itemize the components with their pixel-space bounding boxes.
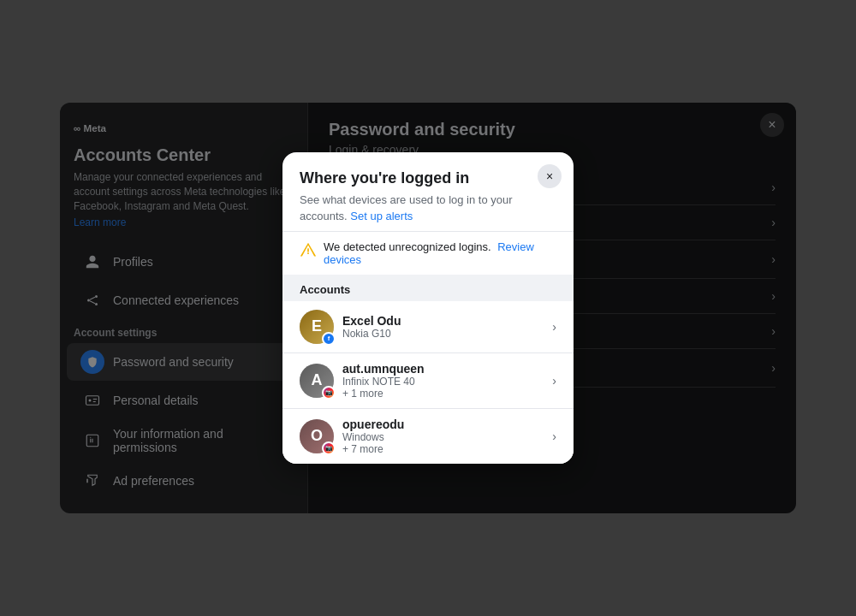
account-item-excel[interactable]: E f Excel Odu Nokia G10 ›: [282, 301, 574, 353]
excel-info: Excel Odu Nokia G10: [342, 314, 544, 340]
main-window: × ∞ Meta Accounts Center Manage your con…: [60, 103, 796, 513]
warning-icon: [300, 241, 317, 258]
aut-device: Infinix NOTE 40: [342, 376, 544, 388]
opuer-name: opuereodu: [342, 418, 544, 431]
svg-rect-19: [307, 248, 309, 252]
excel-chevron-icon: ›: [552, 320, 556, 334]
opuer-ig-badge: 📷: [322, 441, 336, 455]
opuer-info: opuereodu Windows + 7 more: [342, 418, 544, 455]
aut-name: aut.umnqueen: [342, 362, 544, 376]
modal-overlay: Where you're logged in See what devices …: [60, 103, 796, 513]
excel-name: Excel Odu: [342, 314, 544, 328]
excel-device: Nokia G10: [342, 328, 544, 340]
account-item-aut[interactable]: A 📷 aut.umnqueen Infinix NOTE 40 + 1 mor…: [282, 353, 574, 409]
accounts-section-label: Accounts: [282, 275, 574, 301]
modal-close-button[interactable]: ×: [538, 164, 562, 188]
warning-text: We detected unrecognized logins. Review …: [324, 240, 556, 266]
modal-title: Where you're logged in: [300, 169, 556, 187]
modal-subtitle: See what devices are used to log in to y…: [300, 192, 556, 223]
account-item-opuer[interactable]: O 📷 opuereodu Windows + 7 more ›: [282, 409, 574, 464]
opuer-more: + 7 more: [342, 443, 544, 455]
aut-chevron-icon: ›: [552, 374, 556, 388]
modal-header: Where you're logged in See what devices …: [282, 152, 574, 230]
aut-more: + 1 more: [342, 388, 544, 400]
excel-avatar: E f: [300, 310, 334, 344]
modal-warning: We detected unrecognized logins. Review …: [282, 231, 574, 275]
svg-rect-20: [307, 252, 309, 254]
opuer-avatar: O 📷: [300, 419, 334, 453]
opuer-device: Windows: [342, 431, 544, 443]
setup-alerts-link[interactable]: Set up alerts: [350, 210, 413, 222]
opuer-chevron-icon: ›: [552, 429, 556, 443]
aut-info: aut.umnqueen Infinix NOTE 40 + 1 more: [342, 362, 544, 400]
aut-avatar: A 📷: [300, 364, 334, 398]
aut-ig-badge: 📷: [322, 386, 336, 400]
modal-dialog: Where you're logged in See what devices …: [282, 152, 574, 463]
excel-fb-badge: f: [322, 332, 336, 346]
